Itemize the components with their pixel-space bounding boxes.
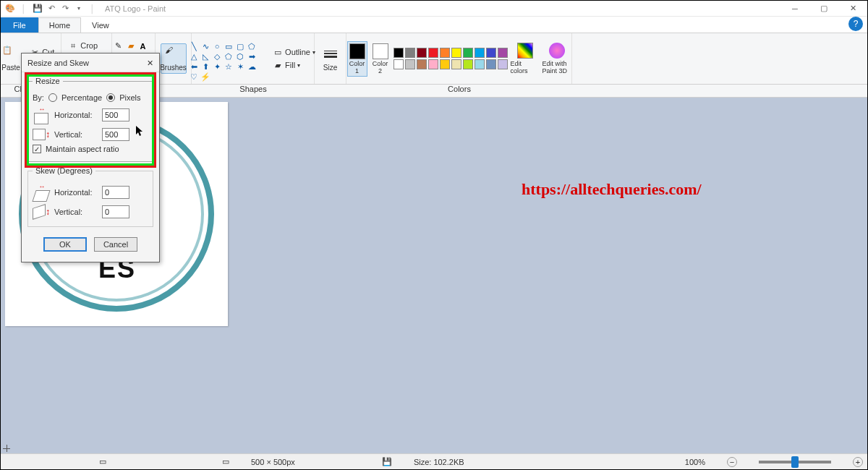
- line-shape-icon[interactable]: ╲: [189, 42, 199, 51]
- color-swatch[interactable]: [498, 59, 508, 69]
- oval-shape-icon[interactable]: ○: [212, 42, 222, 51]
- shape-outline-button[interactable]: ▭Outline ▾: [270, 46, 318, 58]
- h-resize-input[interactable]: [102, 108, 129, 121]
- brushes-label: [156, 85, 192, 97]
- color1-swatch: [349, 43, 365, 59]
- color-swatch[interactable]: [417, 59, 427, 69]
- skew-fieldset: Skew (Degrees) ↔ Horizontal: ↕ Vertical:: [27, 166, 153, 227]
- move-handle-icon[interactable]: [3, 445, 10, 452]
- color-swatch[interactable]: [451, 48, 461, 58]
- zoom-slider-thumb[interactable]: [791, 456, 799, 468]
- tab-home[interactable]: Home: [38, 17, 81, 33]
- star5-shape-icon[interactable]: ☆: [224, 62, 234, 71]
- star6-shape-icon[interactable]: ✶: [235, 62, 245, 71]
- color-swatch[interactable]: [475, 48, 485, 58]
- color2-button[interactable]: Color 2: [370, 43, 391, 74]
- minimize-icon[interactable]: ─: [780, 1, 809, 17]
- size-button[interactable]: Size: [318, 46, 344, 72]
- color-swatch[interactable]: [393, 48, 404, 58]
- tab-view[interactable]: View: [81, 17, 120, 33]
- color-swatch[interactable]: [486, 48, 496, 58]
- brushes-button[interactable]: 🖌 Brushes: [161, 43, 187, 74]
- color-swatch[interactable]: [451, 59, 461, 69]
- v-skew-arrow-icon: ↕: [46, 207, 50, 217]
- rect-shape-icon[interactable]: ▭: [224, 42, 234, 51]
- polygon-shape-icon[interactable]: ⬠: [247, 42, 257, 51]
- color-swatch[interactable]: [440, 59, 450, 69]
- color-swatch[interactable]: [486, 59, 496, 69]
- arrow-r-shape-icon[interactable]: ➡: [247, 52, 257, 61]
- triangle-shape-icon[interactable]: △: [189, 52, 199, 61]
- by-label: By:: [33, 93, 44, 102]
- color-swatch[interactable]: [463, 48, 473, 58]
- resize-legend: Resize: [33, 77, 63, 85]
- paint3d-button[interactable]: Edit with Paint 3D: [542, 43, 571, 74]
- color-wheel-icon: [517, 43, 533, 59]
- star4-shape-icon[interactable]: ✦: [212, 62, 222, 71]
- color-swatch[interactable]: [463, 59, 473, 69]
- group-brushes: 🖌 Brushes: [156, 33, 192, 84]
- shapes-gallery[interactable]: ╲ ∿ ○ ▭ ▢ ⬠ △ ◺ ◇ ⬠ ⬡ ➡ ⬅ ⬆ ✦ ☆ ✶: [187, 40, 267, 77]
- maximize-icon[interactable]: ▢: [809, 1, 838, 17]
- diamond-shape-icon[interactable]: ◇: [212, 52, 222, 61]
- tab-file[interactable]: File: [1, 17, 38, 33]
- fill-icon[interactable]: ▰: [126, 41, 136, 51]
- dialog-titlebar[interactable]: Resize and Skew ✕: [22, 54, 159, 72]
- cancel-button[interactable]: Cancel: [94, 237, 137, 252]
- color-swatch[interactable]: [405, 59, 415, 69]
- selection-size-icon: ▭: [99, 457, 106, 466]
- shape-fill-button[interactable]: ▰Fill ▾: [270, 59, 318, 71]
- qat-dropdown-icon[interactable]: ▾: [72, 2, 85, 15]
- pixels-radio[interactable]: [106, 93, 115, 102]
- v-skew-label: Vertical:: [54, 208, 98, 216]
- mouse-cursor-icon: [136, 126, 145, 137]
- color-swatch[interactable]: [498, 48, 508, 58]
- pencil-icon[interactable]: ✎: [114, 41, 124, 51]
- rtriangle-shape-icon[interactable]: ◺: [200, 52, 210, 61]
- color-swatch[interactable]: [428, 59, 438, 69]
- roundrect-shape-icon[interactable]: ▢: [235, 42, 245, 51]
- color-swatch[interactable]: [405, 48, 415, 58]
- crop-button[interactable]: ⌗Crop: [65, 40, 108, 51]
- color-swatch[interactable]: [428, 48, 438, 58]
- aspect-label[interactable]: Maintain aspect ratio: [46, 145, 119, 153]
- zoom-in-button[interactable]: +: [853, 457, 863, 467]
- zoom-out-button[interactable]: −: [727, 457, 737, 467]
- canvas-dims-icon: ▭: [222, 457, 229, 466]
- percentage-label[interactable]: Percentage: [61, 93, 102, 102]
- save-icon[interactable]: 💾: [31, 2, 44, 15]
- close-icon[interactable]: ✕: [838, 1, 867, 17]
- color-swatch[interactable]: [393, 59, 404, 69]
- paint-app-icon: 🎨: [4, 2, 17, 15]
- color1-button[interactable]: Color 1: [347, 41, 367, 77]
- heart-shape-icon[interactable]: ♡: [189, 72, 199, 81]
- arrow-u-shape-icon[interactable]: ⬆: [200, 62, 210, 71]
- h-skew-input[interactable]: [102, 186, 129, 199]
- v-skew-input[interactable]: [102, 205, 129, 218]
- zoom-slider[interactable]: [759, 461, 831, 463]
- percentage-radio[interactable]: [48, 93, 57, 102]
- canvas-dims: 500 × 500px: [251, 458, 295, 466]
- redo-icon[interactable]: ↷: [59, 2, 72, 15]
- edit-colors-button[interactable]: Edit colors: [511, 43, 540, 74]
- color-swatch[interactable]: [440, 48, 450, 58]
- crop-icon: ⌗: [68, 40, 78, 51]
- ok-button[interactable]: OK: [43, 237, 87, 252]
- curve-shape-icon[interactable]: ∿: [200, 42, 210, 51]
- pentagon-shape-icon[interactable]: ⬠: [224, 52, 234, 61]
- lightning-shape-icon[interactable]: ⚡: [200, 72, 210, 81]
- aspect-checkbox[interactable]: ✓: [33, 145, 41, 153]
- text-icon[interactable]: A: [138, 41, 148, 51]
- help-icon[interactable]: ?: [848, 17, 863, 31]
- v-resize-input[interactable]: [102, 128, 129, 141]
- resize-skew-dialog: Resize and Skew ✕ Resize By: Percentage …: [21, 53, 160, 262]
- arrow-l-shape-icon[interactable]: ⬅: [189, 62, 199, 71]
- callout-shape-icon[interactable]: ☁: [247, 62, 257, 71]
- pixels-label[interactable]: Pixels: [119, 93, 140, 102]
- dialog-close-icon[interactable]: ✕: [145, 58, 155, 68]
- color-swatch[interactable]: [475, 59, 485, 69]
- undo-icon[interactable]: ↶: [45, 2, 58, 15]
- hexagon-shape-icon[interactable]: ⬡: [235, 52, 245, 61]
- h-skew-arrow-icon: ↔: [39, 183, 46, 190]
- color-swatch[interactable]: [417, 48, 427, 58]
